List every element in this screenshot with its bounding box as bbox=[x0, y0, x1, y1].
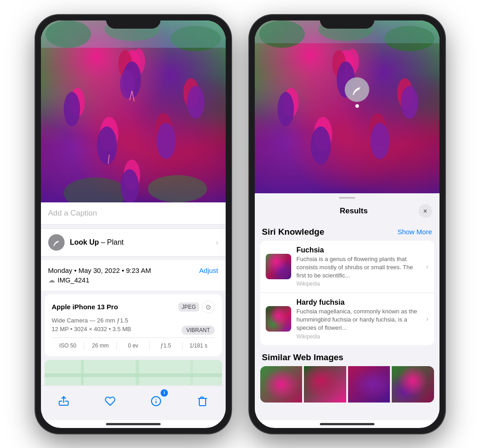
similar-web-images-title: Similar Web Images bbox=[262, 352, 432, 362]
svg-point-11 bbox=[64, 92, 80, 126]
phone-2-notch bbox=[320, 15, 374, 29]
bottom-toolbar: i bbox=[41, 385, 226, 420]
camera-settings-icon[interactable]: ⊙ bbox=[202, 301, 215, 313]
svg-point-46 bbox=[401, 86, 418, 119]
visual-lookup-button[interactable] bbox=[344, 77, 369, 102]
info-badge: i bbox=[161, 389, 168, 397]
svg-point-3 bbox=[64, 177, 127, 202]
card-source-hardy: Wikipedia bbox=[297, 333, 421, 340]
photo-specs: 12 MP • 3024 × 4032 • 3.5 MB bbox=[52, 326, 131, 332]
exif-focal: 26 mm bbox=[84, 342, 117, 350]
similar-image-3[interactable] bbox=[348, 366, 390, 403]
phone-2: Results × Siri Knowledge Show More bbox=[249, 15, 445, 433]
knowledge-cards: Fuchsia Fuchsia is a genus of flowering … bbox=[260, 241, 434, 345]
map-section[interactable] bbox=[45, 360, 222, 385]
svg-point-50 bbox=[370, 123, 389, 159]
lens-info: Wide Camera — 26 mm ƒ1.5 bbox=[52, 317, 215, 324]
svg-rect-24 bbox=[45, 360, 222, 385]
close-button[interactable]: × bbox=[419, 204, 432, 218]
home-indicator bbox=[106, 423, 161, 425]
camera-section: Apple iPhone 13 Pro JPEG ⊙ Wide Camera —… bbox=[45, 294, 222, 356]
results-content: Siri Knowledge Show More Fuchsia Fuchsia… bbox=[255, 221, 440, 420]
caption-placeholder[interactable]: Add a Caption bbox=[48, 209, 97, 217]
card-desc-fuchsia: Fuchsia is a genus of flowering plants t… bbox=[297, 255, 421, 280]
phone-1: Add a Caption Look Up – Plant › Monday •… bbox=[35, 15, 231, 433]
card-title-hardy: Hardy fuchsia bbox=[297, 298, 421, 307]
share-button[interactable] bbox=[54, 391, 74, 411]
phone-2-screen: Results × Siri Knowledge Show More bbox=[255, 20, 440, 428]
card-info-hardy: Hardy fuchsia Fuchsia magellanica, commo… bbox=[297, 298, 421, 340]
camera-model: Apple iPhone 13 Pro bbox=[52, 303, 118, 311]
svg-point-13 bbox=[187, 86, 204, 119]
filename: IMG_4241 bbox=[58, 276, 90, 284]
similar-images-grid bbox=[260, 366, 434, 403]
lookup-row[interactable]: Look Up – Plant › bbox=[41, 228, 226, 257]
lookup-chevron-icon: › bbox=[216, 239, 218, 246]
card-title-fuchsia: Fuchsia bbox=[297, 246, 421, 254]
info-button[interactable]: i bbox=[146, 391, 166, 411]
show-more-button[interactable]: Show More bbox=[398, 228, 432, 236]
siri-knowledge-title: Siri Knowledge bbox=[262, 227, 324, 237]
photo-date: Monday • May 30, 2022 • 9:23 AM bbox=[48, 267, 151, 274]
phone-1-screen: Add a Caption Look Up – Plant › Monday •… bbox=[41, 20, 226, 428]
camera-badges: JPEG ⊙ bbox=[178, 301, 214, 313]
lookup-icon bbox=[48, 234, 65, 251]
exif-aperture: ƒ1.5 bbox=[150, 342, 182, 350]
favorite-button[interactable] bbox=[100, 391, 120, 411]
svg-point-17 bbox=[157, 123, 176, 159]
siri-knowledge-header: Siri Knowledge Show More bbox=[262, 227, 432, 237]
exif-ev: 0 ev bbox=[117, 342, 150, 350]
date-section: Monday • May 30, 2022 • 9:23 AM Adjust ☁… bbox=[41, 260, 226, 291]
results-title: Results bbox=[289, 206, 419, 216]
card-chevron-hardy: › bbox=[426, 315, 429, 322]
results-header: Results × bbox=[255, 199, 440, 221]
cloud-icon: ☁ bbox=[48, 276, 55, 284]
svg-rect-28 bbox=[136, 360, 139, 385]
card-thumb-hardy bbox=[266, 306, 291, 332]
flower-photo[interactable] bbox=[41, 20, 226, 202]
svg-point-48 bbox=[311, 126, 331, 165]
card-desc-hardy: Fuchsia magellanica, commonly known as t… bbox=[297, 307, 421, 332]
card-source-fuchsia: Wikipedia bbox=[297, 281, 421, 287]
format-badge: JPEG bbox=[178, 302, 199, 312]
delete-button[interactable] bbox=[192, 391, 212, 411]
exif-shutter: 1/181 s bbox=[182, 342, 215, 350]
lookup-dot bbox=[355, 104, 359, 108]
flower-photo-2[interactable] bbox=[255, 20, 440, 193]
svg-rect-29 bbox=[190, 360, 193, 385]
svg-point-44 bbox=[278, 92, 294, 126]
card-info-fuchsia: Fuchsia Fuchsia is a genus of flowering … bbox=[297, 246, 421, 287]
photo-info-panel: Add a Caption Look Up – Plant › Monday •… bbox=[41, 202, 226, 385]
svg-rect-27 bbox=[81, 360, 84, 385]
svg-point-15 bbox=[97, 126, 117, 165]
lookup-label: Look Up – Plant bbox=[70, 238, 124, 247]
svg-point-19 bbox=[121, 169, 139, 202]
similar-image-2[interactable] bbox=[304, 366, 346, 403]
similar-image-4[interactable] bbox=[392, 366, 434, 403]
results-panel: Results × Siri Knowledge Show More bbox=[255, 193, 440, 420]
phone-notch bbox=[106, 15, 161, 29]
similar-image-1[interactable] bbox=[260, 366, 303, 403]
svg-rect-25 bbox=[45, 373, 222, 377]
adjust-button[interactable]: Adjust bbox=[199, 267, 218, 274]
exif-row: ISO 50 26 mm 0 ev ƒ1.5 1/181 s bbox=[52, 337, 215, 350]
card-chevron-fuchsia: › bbox=[426, 263, 429, 270]
filter-badge: VIBRANT bbox=[182, 326, 214, 335]
svg-point-4 bbox=[148, 175, 207, 202]
card-thumb-fuchsia bbox=[266, 254, 291, 279]
knowledge-card-fuchsia[interactable]: Fuchsia Fuchsia is a genus of flowering … bbox=[260, 241, 434, 293]
exif-iso: ISO 50 bbox=[52, 342, 85, 350]
knowledge-card-hardy[interactable]: Hardy fuchsia Fuchsia magellanica, commo… bbox=[260, 293, 434, 345]
home-indicator-2 bbox=[320, 423, 374, 425]
caption-section[interactable]: Add a Caption bbox=[41, 202, 226, 225]
